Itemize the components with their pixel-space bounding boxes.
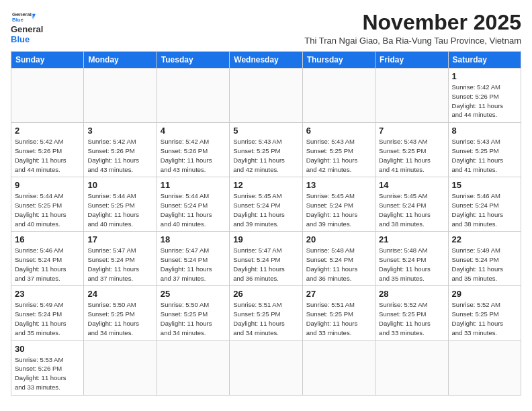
day-info: Sunrise: 5:53 AM Sunset: 5:26 PM Dayligh… (15, 355, 80, 392)
calendar-cell: 18Sunrise: 5:47 AM Sunset: 5:24 PM Dayli… (157, 232, 229, 286)
calendar-week-3: 16Sunrise: 5:46 AM Sunset: 5:24 PM Dayli… (11, 232, 521, 286)
calendar-cell: 10Sunrise: 5:44 AM Sunset: 5:25 PM Dayli… (84, 177, 157, 232)
day-info: Sunrise: 5:44 AM Sunset: 5:24 PM Dayligh… (161, 191, 226, 228)
location-title: Thi Tran Ngai Giao, Ba Ria-Vung Tau Prov… (43, 36, 521, 46)
day-number: 8 (452, 126, 517, 136)
calendar-cell (375, 340, 448, 395)
calendar-cell (375, 68, 448, 123)
day-info: Sunrise: 5:52 AM Sunset: 5:25 PM Dayligh… (379, 300, 444, 337)
calendar-cell (448, 340, 521, 395)
day-number: 30 (15, 344, 80, 354)
day-number: 19 (233, 234, 298, 244)
day-info: Sunrise: 5:44 AM Sunset: 5:25 PM Dayligh… (15, 191, 80, 228)
calendar-body: 1Sunrise: 5:42 AM Sunset: 5:26 PM Daylig… (11, 68, 521, 395)
calendar-cell: 19Sunrise: 5:47 AM Sunset: 5:24 PM Dayli… (230, 232, 302, 286)
day-number: 27 (306, 289, 371, 299)
day-number: 20 (306, 234, 371, 244)
calendar-week-5: 30Sunrise: 5:53 AM Sunset: 5:26 PM Dayli… (11, 340, 521, 395)
day-info: Sunrise: 5:42 AM Sunset: 5:26 PM Dayligh… (15, 137, 80, 174)
calendar-cell (302, 68, 375, 123)
day-info: Sunrise: 5:50 AM Sunset: 5:25 PM Dayligh… (161, 300, 226, 337)
calendar-week-4: 23Sunrise: 5:49 AM Sunset: 5:24 PM Dayli… (11, 286, 521, 340)
day-number: 4 (161, 126, 226, 136)
day-info: Sunrise: 5:43 AM Sunset: 5:25 PM Dayligh… (452, 137, 517, 174)
weekday-friday: Friday (375, 52, 448, 68)
calendar-cell: 22Sunrise: 5:49 AM Sunset: 5:24 PM Dayli… (448, 232, 521, 286)
day-info: Sunrise: 5:42 AM Sunset: 5:26 PM Dayligh… (452, 83, 517, 120)
day-number: 21 (379, 234, 444, 244)
calendar-cell: 28Sunrise: 5:52 AM Sunset: 5:25 PM Dayli… (375, 286, 448, 340)
day-info: Sunrise: 5:46 AM Sunset: 5:24 PM Dayligh… (15, 246, 80, 283)
day-info: Sunrise: 5:48 AM Sunset: 5:24 PM Dayligh… (379, 246, 444, 283)
day-info: Sunrise: 5:43 AM Sunset: 5:25 PM Dayligh… (379, 137, 444, 174)
day-number: 3 (87, 126, 152, 136)
calendar-cell: 27Sunrise: 5:51 AM Sunset: 5:25 PM Dayli… (302, 286, 375, 340)
calendar-cell: 29Sunrise: 5:52 AM Sunset: 5:25 PM Dayli… (448, 286, 521, 340)
calendar-cell: 13Sunrise: 5:45 AM Sunset: 5:24 PM Dayli… (302, 177, 375, 232)
page-header: General Blue General Blue November 2025 … (11, 11, 521, 46)
calendar-cell: 7Sunrise: 5:43 AM Sunset: 5:25 PM Daylig… (375, 123, 448, 177)
weekday-tuesday: Tuesday (157, 52, 229, 68)
day-number: 18 (161, 234, 226, 244)
day-info: Sunrise: 5:44 AM Sunset: 5:25 PM Dayligh… (87, 191, 152, 228)
day-number: 14 (379, 180, 444, 190)
day-info: Sunrise: 5:48 AM Sunset: 5:24 PM Dayligh… (306, 246, 371, 283)
logo-svg: General Blue (12, 11, 36, 23)
day-info: Sunrise: 5:45 AM Sunset: 5:24 PM Dayligh… (233, 191, 298, 228)
day-info: Sunrise: 5:47 AM Sunset: 5:24 PM Dayligh… (161, 246, 226, 283)
calendar-cell: 14Sunrise: 5:45 AM Sunset: 5:24 PM Dayli… (375, 177, 448, 232)
calendar-cell: 20Sunrise: 5:48 AM Sunset: 5:24 PM Dayli… (302, 232, 375, 286)
day-number: 10 (87, 180, 152, 190)
calendar-cell (84, 340, 157, 395)
day-info: Sunrise: 5:52 AM Sunset: 5:25 PM Dayligh… (452, 300, 517, 337)
calendar-cell (157, 340, 229, 395)
logo-blue: Blue (11, 34, 43, 44)
calendar-cell: 3Sunrise: 5:42 AM Sunset: 5:26 PM Daylig… (84, 123, 157, 177)
weekday-monday: Monday (84, 52, 157, 68)
calendar-cell: 11Sunrise: 5:44 AM Sunset: 5:24 PM Dayli… (157, 177, 229, 232)
calendar-cell: 4Sunrise: 5:42 AM Sunset: 5:26 PM Daylig… (157, 123, 229, 177)
logo-general: General (11, 24, 43, 34)
calendar-cell (11, 68, 84, 123)
logo: General Blue General Blue (11, 11, 43, 44)
calendar-table: SundayMondayTuesdayWednesdayThursdayFrid… (11, 51, 521, 395)
weekday-saturday: Saturday (448, 52, 521, 68)
day-info: Sunrise: 5:42 AM Sunset: 5:26 PM Dayligh… (161, 137, 226, 174)
day-number: 6 (306, 126, 371, 136)
calendar-cell (230, 68, 302, 123)
day-info: Sunrise: 5:45 AM Sunset: 5:24 PM Dayligh… (306, 191, 371, 228)
calendar-cell: 1Sunrise: 5:42 AM Sunset: 5:26 PM Daylig… (448, 68, 521, 123)
calendar-cell: 21Sunrise: 5:48 AM Sunset: 5:24 PM Dayli… (375, 232, 448, 286)
calendar-cell: 25Sunrise: 5:50 AM Sunset: 5:25 PM Dayli… (157, 286, 229, 340)
day-info: Sunrise: 5:49 AM Sunset: 5:24 PM Dayligh… (15, 300, 80, 337)
calendar-cell (302, 340, 375, 395)
day-number: 29 (452, 289, 517, 299)
weekday-thursday: Thursday (302, 52, 375, 68)
day-number: 25 (161, 289, 226, 299)
calendar-cell: 2Sunrise: 5:42 AM Sunset: 5:26 PM Daylig… (11, 123, 84, 177)
day-number: 1 (452, 71, 517, 81)
calendar-cell: 5Sunrise: 5:43 AM Sunset: 5:25 PM Daylig… (230, 123, 302, 177)
calendar-cell: 12Sunrise: 5:45 AM Sunset: 5:24 PM Dayli… (230, 177, 302, 232)
day-info: Sunrise: 5:50 AM Sunset: 5:25 PM Dayligh… (87, 300, 152, 337)
svg-marker-3 (32, 15, 35, 19)
calendar-cell: 16Sunrise: 5:46 AM Sunset: 5:24 PM Dayli… (11, 232, 84, 286)
day-number: 26 (233, 289, 298, 299)
day-number: 9 (15, 180, 80, 190)
day-number: 17 (87, 234, 152, 244)
day-info: Sunrise: 5:51 AM Sunset: 5:25 PM Dayligh… (306, 300, 371, 337)
month-title: November 2025 (43, 11, 521, 34)
calendar-week-1: 2Sunrise: 5:42 AM Sunset: 5:26 PM Daylig… (11, 123, 521, 177)
title-block: November 2025 Thi Tran Ngai Giao, Ba Ria… (43, 11, 521, 46)
day-number: 15 (452, 180, 517, 190)
day-info: Sunrise: 5:47 AM Sunset: 5:24 PM Dayligh… (87, 246, 152, 283)
day-number: 7 (379, 126, 444, 136)
calendar-cell (230, 340, 302, 395)
day-info: Sunrise: 5:45 AM Sunset: 5:24 PM Dayligh… (379, 191, 444, 228)
calendar-cell (157, 68, 229, 123)
day-number: 28 (379, 289, 444, 299)
calendar-week-0: 1Sunrise: 5:42 AM Sunset: 5:26 PM Daylig… (11, 68, 521, 123)
day-info: Sunrise: 5:49 AM Sunset: 5:24 PM Dayligh… (452, 246, 517, 283)
day-number: 12 (233, 180, 298, 190)
calendar-cell: 24Sunrise: 5:50 AM Sunset: 5:25 PM Dayli… (84, 286, 157, 340)
